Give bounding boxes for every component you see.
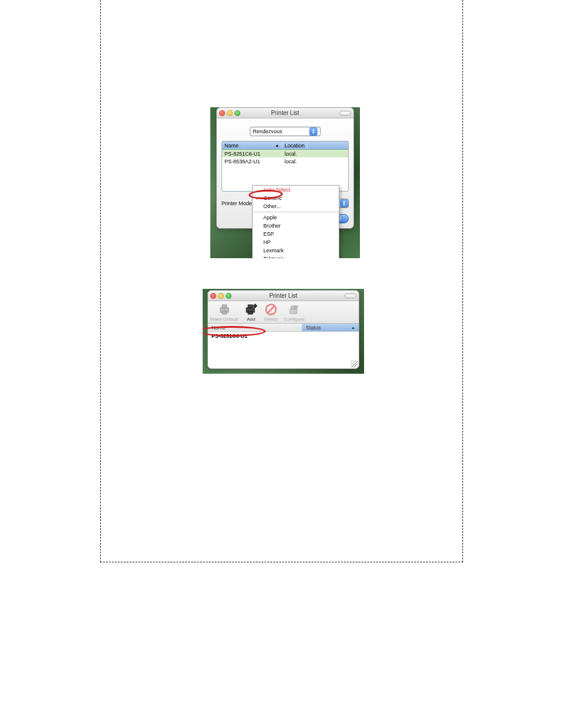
column-status-label: Status	[306, 325, 321, 331]
printer-icon	[217, 303, 232, 316]
menu-item-hp[interactable]: HP	[253, 238, 339, 246]
connection-type-value: Rendezvous	[253, 129, 282, 134]
column-location-header[interactable]: Location	[282, 143, 308, 149]
column-status-header[interactable]: Status ▲	[302, 324, 359, 331]
configure-label: Configure	[284, 317, 305, 322]
printer-listbox[interactable]: Name ▲ Location PS-8251C6-U1 local. PS-8…	[222, 141, 349, 192]
updown-arrows-icon: ▲▼	[340, 199, 348, 207]
menu-item-auto-select[interactable]: Auto Select	[253, 186, 339, 194]
row-name: PS-8251C6-U1	[222, 151, 282, 157]
printer-list-window: Printer List Make Default Add Delete	[207, 290, 359, 369]
sort-indicator-icon: ▲	[275, 143, 279, 147]
add-label: Add	[247, 317, 255, 322]
sort-indicator-icon: ▲	[351, 325, 355, 330]
menu-separator	[253, 212, 339, 212]
toolbar: Make Default Add Delete Configure	[208, 301, 359, 324]
add-printer-button[interactable]: Add	[244, 303, 258, 322]
window-title: Printer List	[217, 110, 353, 116]
updown-arrows-icon: ▲▼	[309, 127, 318, 136]
titlebar: Printer List	[217, 108, 353, 118]
document-frame	[100, 0, 463, 562]
menu-item-generic[interactable]: Generic	[253, 194, 339, 202]
resize-grip-icon[interactable]	[351, 360, 358, 367]
delete-icon	[264, 303, 278, 316]
configure-icon	[287, 303, 301, 316]
column-name-label: Name	[224, 143, 239, 149]
titlebar: Printer List	[208, 291, 359, 301]
window-title: Printer List	[208, 292, 359, 299]
printer-add-icon	[244, 303, 258, 316]
list-row[interactable]: PS-8251C6-U1	[208, 332, 359, 340]
screenshot-printer-list-window: Printer List Make Default Add Delete	[203, 289, 364, 374]
menu-item-esp[interactable]: ESP	[253, 230, 339, 238]
make-default-label: Make Default	[210, 317, 238, 322]
menu-item-other[interactable]: Other...	[253, 202, 339, 210]
delete-button: Delete	[264, 303, 278, 322]
list-header[interactable]: Name ▲ Location	[222, 141, 348, 150]
list-header[interactable]: Name Status ▲	[208, 324, 359, 332]
printer-model-dropdown-menu[interactable]: Auto Select Generic Other... Apple Broth…	[252, 185, 339, 258]
row-location: local.	[282, 159, 299, 164]
column-name-header[interactable]: Name ▲	[222, 143, 282, 149]
menu-item-tektronix[interactable]: Tektronix	[253, 255, 339, 258]
make-default-button: Make Default	[210, 303, 238, 322]
row-location: local.	[282, 151, 299, 157]
menu-item-brother[interactable]: Brother	[253, 222, 339, 230]
configure-button: Configure	[284, 303, 305, 322]
printer-model-label: Printer Model:	[222, 200, 254, 206]
connection-type-select[interactable]: Rendezvous ▲▼	[250, 127, 320, 136]
list-row[interactable]: PS-8251C6-U1 local.	[222, 150, 348, 157]
delete-label: Delete	[265, 317, 278, 322]
menu-item-lexmark[interactable]: Lexmark	[253, 246, 339, 255]
row-name: PS-8538A2-U1	[222, 159, 282, 164]
screenshot-add-printer-dialog: Printer List Rendezvous ▲▼ Name ▲ Locati…	[210, 107, 360, 258]
menu-item-apple[interactable]: Apple	[253, 213, 339, 222]
printer-list-body[interactable]: PS-8251C6-U1	[208, 332, 359, 367]
column-name-header[interactable]: Name	[208, 325, 302, 331]
list-row[interactable]: PS-8538A2-U1 local.	[222, 157, 348, 165]
